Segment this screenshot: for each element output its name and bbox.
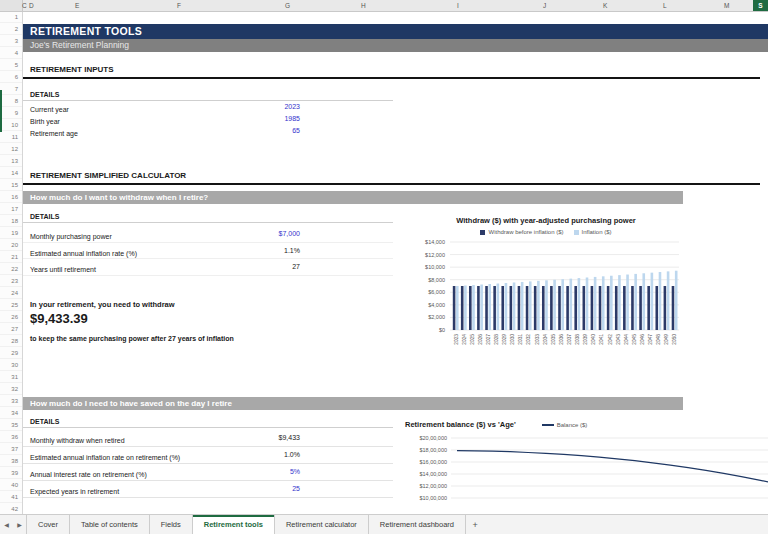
column-letter[interactable]: G — [285, 0, 290, 11]
row-number[interactable]: 29 — [0, 347, 22, 359]
row-number[interactable]: 32 — [0, 383, 22, 395]
detail-value-cell[interactable]: $7,000 — [220, 226, 300, 242]
column-letter[interactable]: D — [29, 0, 34, 11]
result-value[interactable]: $9,433.39 — [30, 311, 88, 326]
row-number[interactable]: 12 — [0, 143, 22, 155]
row-number[interactable]: 13 — [0, 155, 22, 167]
row-number[interactable]: 6 — [0, 71, 22, 83]
row-number[interactable]: 31 — [0, 371, 22, 383]
svg-text:2042: 2042 — [608, 334, 613, 345]
column-letter[interactable]: L — [663, 0, 667, 11]
column-letter[interactable]: M — [724, 0, 729, 11]
detail-value-cell[interactable]: 65 — [220, 125, 300, 137]
row-number[interactable]: 21 — [0, 251, 22, 263]
result-note-text: to keep the same purchasing power after … — [30, 335, 234, 342]
svg-text:2031: 2031 — [518, 334, 523, 345]
tab-nav-right-icon[interactable]: ▶ — [13, 515, 26, 534]
detail-value-cell[interactable]: $9,433 — [220, 430, 300, 446]
sheet-area[interactable]: RETIREMENT TOOLS Joe's Retirement Planni… — [0, 0, 768, 515]
detail-value-cell[interactable]: 2023 — [220, 101, 300, 113]
row-number[interactable]: 9 — [0, 107, 22, 119]
row-number[interactable]: 25 — [0, 299, 22, 311]
svg-text:$12,00,000: $12,00,000 — [419, 483, 447, 489]
detail-value-cell[interactable]: 1985 — [220, 113, 300, 125]
svg-text:$6,000: $6,000 — [428, 289, 445, 295]
row-number[interactable]: 23 — [0, 275, 22, 287]
row-number[interactable]: 10 — [0, 119, 22, 131]
column-letter[interactable]: I — [457, 0, 459, 11]
detail-value-cell[interactable]: 5% — [220, 464, 300, 480]
column-letter[interactable]: J — [543, 0, 546, 11]
sheet-tab-table-of-contents[interactable]: Table of contents — [70, 515, 150, 534]
add-sheet-button[interactable]: + — [466, 515, 484, 534]
row-number[interactable]: 40 — [0, 479, 22, 491]
selected-column-header[interactable]: S — [753, 0, 768, 11]
row-number[interactable]: 4 — [0, 47, 22, 59]
svg-text:$20,00,000: $20,00,000 — [419, 435, 447, 441]
svg-text:$10,00,000: $10,00,000 — [419, 495, 447, 501]
row-number[interactable]: 7 — [0, 83, 22, 95]
row-number[interactable]: 28 — [0, 335, 22, 347]
row-number[interactable]: 11 — [0, 131, 22, 143]
column-letter[interactable]: F — [177, 0, 181, 11]
svg-text:2045: 2045 — [632, 334, 637, 345]
row-number[interactable]: 33 — [0, 395, 22, 407]
row-number[interactable]: 16 — [0, 191, 22, 203]
row-number[interactable]: 14 — [0, 167, 22, 179]
svg-text:2038: 2038 — [575, 334, 580, 345]
row-number[interactable]: 39 — [0, 467, 22, 479]
row-number[interactable]: 26 — [0, 311, 22, 323]
column-letter[interactable]: C — [22, 0, 27, 11]
row-number[interactable]: 20 — [0, 239, 22, 251]
row-number[interactable]: 41 — [0, 491, 22, 503]
balance-chart[interactable]: Retirement balance ($) vs 'Age' Balance … — [405, 420, 768, 516]
select-all-corner[interactable] — [0, 0, 23, 11]
detail-row: Birth year1985 — [23, 113, 393, 125]
svg-text:2027: 2027 — [486, 334, 491, 345]
svg-text:2040: 2040 — [591, 334, 596, 345]
svg-text:$8,000: $8,000 — [428, 277, 445, 283]
withdraw-chart[interactable]: Withdraw ($) with year-adjusted purchasi… — [408, 214, 684, 374]
row-number[interactable]: 15 — [0, 179, 22, 191]
sheet-tab-bar: ◀ ▶ CoverTable of contentsFieldsRetireme… — [0, 514, 768, 534]
row-number[interactable]: 3 — [0, 35, 22, 47]
svg-text:2036: 2036 — [559, 334, 564, 345]
tab-nav-left-icon[interactable]: ◀ — [0, 515, 13, 534]
row-number[interactable]: 17 — [0, 203, 22, 215]
row-number[interactable]: 2 — [0, 23, 22, 35]
row-number[interactable]: 27 — [0, 323, 22, 335]
row-number[interactable]: 37 — [0, 443, 22, 455]
sheet-tab-cover[interactable]: Cover — [26, 515, 70, 534]
detail-value-cell[interactable]: 1.0% — [220, 447, 300, 463]
chart2-title: Retirement balance ($) vs 'Age' — [405, 420, 516, 429]
section-heading-retirement-inputs: RETIREMENT INPUTS — [23, 65, 760, 79]
sheet-tabs: CoverTable of contentsFieldsRetirement t… — [26, 515, 466, 534]
detail-value-cell[interactable]: 25 — [220, 481, 300, 497]
detail-label: Annual interest rate on retirement (%) — [23, 471, 147, 478]
column-letter[interactable]: E — [75, 0, 79, 11]
sheet-tab-retirement-tools[interactable]: Retirement tools — [193, 515, 275, 534]
row-number[interactable]: 1 — [0, 11, 22, 23]
row-number[interactable]: 5 — [0, 59, 22, 71]
row-number[interactable]: 24 — [0, 287, 22, 299]
row-number[interactable]: 36 — [0, 431, 22, 443]
sheet-tab-fields[interactable]: Fields — [150, 515, 193, 534]
row-number[interactable]: 30 — [0, 359, 22, 371]
row-number[interactable]: 22 — [0, 263, 22, 275]
sheet-tab-retirement-calculator[interactable]: Retirement calculator — [275, 515, 369, 534]
row-number[interactable]: 34 — [0, 407, 22, 419]
row-number[interactable]: 38 — [0, 455, 22, 467]
row-number[interactable]: 18 — [0, 215, 22, 227]
detail-label: Current year — [23, 106, 69, 113]
svg-text:2033: 2033 — [535, 334, 540, 345]
column-letter[interactable]: K — [603, 0, 607, 11]
row-number[interactable]: 19 — [0, 227, 22, 239]
sheet-tab-retirement-dashboard[interactable]: Retirement dashboard — [369, 515, 466, 534]
svg-text:2035: 2035 — [551, 334, 556, 345]
row-number[interactable]: 8 — [0, 95, 22, 107]
svg-text:2049: 2049 — [664, 334, 669, 345]
detail-value-cell[interactable]: 27 — [220, 259, 300, 275]
detail-value-cell[interactable]: 1.1% — [220, 243, 300, 259]
row-number[interactable]: 35 — [0, 419, 22, 431]
column-letter[interactable]: H — [361, 0, 366, 11]
